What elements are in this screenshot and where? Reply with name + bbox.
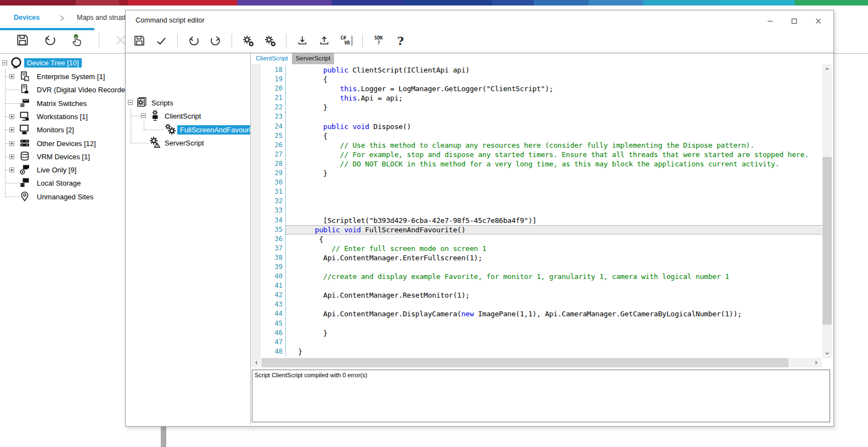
expand-toggle[interactable] (9, 154, 14, 159)
convert-code-button[interactable]: C#VB (338, 32, 354, 49)
tree-item-unmanaged-sites[interactable]: Unmanaged Sites (0, 191, 125, 203)
code-text[interactable]: this.Logger = LogManager.GetLogger("Clie… (285, 84, 822, 93)
expand-toggle[interactable] (9, 114, 14, 119)
code-text[interactable]: Api.ContentManager.EnterFullscreen(1); (285, 253, 822, 262)
collapse-toggle[interactable] (128, 100, 133, 105)
code-line-30[interactable]: 30 (260, 178, 822, 187)
code-text[interactable] (285, 197, 822, 206)
undo-button[interactable] (185, 32, 202, 49)
code-line-46[interactable]: 46 } (260, 328, 822, 338)
code-text[interactable] (285, 338, 822, 347)
code-line-27[interactable]: 27 // For example, stop and dispose any … (260, 150, 822, 159)
code-text[interactable]: } (285, 169, 822, 178)
code-text[interactable]: } (285, 347, 822, 356)
close-button[interactable] (806, 13, 830, 29)
code-line-48[interactable]: 48 } (260, 347, 822, 356)
code-line-31[interactable]: 31 (260, 187, 822, 197)
code-line-21[interactable]: 21 this.Api = api; (260, 93, 822, 103)
tab-devices[interactable]: Devices (14, 14, 40, 21)
code-text[interactable]: { (285, 234, 822, 244)
code-line-33[interactable]: 33 (260, 206, 822, 215)
save-script-button[interactable] (131, 32, 148, 49)
expand-toggle[interactable] (9, 74, 14, 79)
scrollbar-thumb[interactable] (262, 358, 788, 367)
code-text[interactable]: // For example, stop and dispose any sta… (285, 150, 822, 159)
tree-item-scripts[interactable]: Scripts (127, 97, 250, 109)
code-line-26[interactable]: 26 // Use this method to cleanup any res… (260, 141, 822, 150)
code-text[interactable]: public void FullScreenAndFavourite() (285, 225, 822, 234)
expand-toggle[interactable] (2, 60, 7, 65)
code-line-37[interactable]: 37 // Enter full screen mode on screen 1 (260, 244, 822, 253)
code-text[interactable] (285, 206, 822, 215)
tree-item-clientscript[interactable]: ClientScript (127, 110, 250, 122)
code-line-19[interactable]: 19 { (260, 75, 822, 84)
code-text[interactable]: public void Dispose() (285, 122, 822, 131)
tree-item-local-storage[interactable]: Local Storage (0, 177, 125, 189)
code-line-29[interactable]: 29 } (260, 169, 822, 178)
add-scriptlet-button[interactable] (240, 32, 256, 49)
code-text[interactable] (285, 300, 822, 309)
code-lines[interactable]: 18 public ClientScript(IClientApi api)19… (260, 65, 822, 356)
tree-item-workstations-1[interactable]: Workstations [1] (0, 110, 125, 122)
code-text[interactable] (285, 262, 822, 272)
save-button[interactable] (14, 32, 31, 48)
code-line-42[interactable]: 42 Api.ContentManager.ResetMonitor(1); (260, 290, 822, 300)
editor-hscrollbar[interactable] (251, 358, 822, 367)
code-text[interactable]: public ClientScript(IClientApi api) (285, 65, 822, 75)
scroll-down-button[interactable] (822, 349, 832, 358)
help-button[interactable]: ? (392, 32, 409, 49)
code-text[interactable]: this.Api = api; (285, 93, 822, 103)
pan-mode-button[interactable] (69, 32, 86, 48)
tree-item-other-devices-12[interactable]: Other Devices [12] (0, 137, 125, 149)
expand-toggle[interactable] (9, 141, 14, 146)
tree-item-enterprise-system-1[interactable]: Enterprise System [1] (0, 70, 125, 82)
code-line-32[interactable]: 32 (260, 197, 822, 206)
code-text[interactable]: // DO NOT BLOCK in this method for a ver… (285, 159, 822, 169)
undo-button[interactable] (42, 32, 58, 48)
collapse-toggle[interactable] (141, 113, 146, 118)
code-line-44[interactable]: 44 Api.ContentManager.DisplayCamera(new … (260, 309, 822, 319)
code-line-36[interactable]: 36 { (260, 234, 822, 244)
minimize-button[interactable] (758, 13, 782, 29)
code-text[interactable]: [Scriptlet("b393d429-6cba-42e7-98f5-45c7… (285, 216, 822, 225)
code-text[interactable]: } (285, 103, 822, 112)
remove-scriptlet-button[interactable] (262, 32, 278, 49)
tree-item-matrix-switches[interactable]: Matrix Switches (0, 97, 125, 109)
code-text[interactable]: Api.ContentManager.ResetMonitor(1); (285, 290, 822, 300)
tree-item-serverscript[interactable]: ServerScript (127, 137, 250, 149)
code-text[interactable]: Api.ContentManager.DisplayCamera(new Ima… (285, 309, 822, 319)
validate-script-button[interactable] (153, 32, 170, 49)
code-line-23[interactable]: 23 (260, 112, 822, 121)
code-text[interactable] (285, 187, 822, 197)
scroll-left-button[interactable] (252, 358, 261, 367)
expand-toggle[interactable] (9, 127, 14, 132)
tree-item-dvr-digital-video-recorder[interactable]: DVR (Digital Video Recorder) (0, 83, 125, 96)
code-line-35[interactable]: 35 public void FullScreenAndFavourite() (260, 225, 822, 234)
code-text[interactable] (285, 281, 822, 290)
code-text[interactable]: { (285, 131, 822, 141)
tree-item-device-tree-10[interactable]: Device Tree [10] (0, 57, 125, 69)
code-line-41[interactable]: 41 (260, 281, 822, 290)
code-text[interactable] (285, 319, 822, 328)
code-text[interactable]: //create and display example Favorite, f… (285, 272, 822, 281)
code-line-43[interactable]: 43 (260, 300, 822, 309)
code-line-38[interactable]: 38 Api.ContentManager.EnterFullscreen(1)… (260, 253, 822, 262)
code-text[interactable]: // Enter full screen mode on screen 1 (285, 244, 822, 253)
code-text[interactable] (285, 178, 822, 187)
tree-item-monitors-2[interactable]: Monitors [2] (0, 124, 125, 136)
export-script-button[interactable] (316, 32, 332, 49)
tree-item-vrm-devices-1[interactable]: VRM Devices [1] (0, 150, 125, 163)
code-text[interactable] (285, 112, 822, 121)
import-script-button[interactable] (294, 32, 311, 49)
redo-button[interactable] (207, 32, 224, 49)
code-line-28[interactable]: 28 // DO NOT BLOCK in this method for a … (260, 159, 822, 169)
code-line-25[interactable]: 25 { (260, 131, 822, 141)
code-text[interactable]: // Use this method to cleanup any resour… (285, 141, 822, 150)
tab-clientscript[interactable]: ClientScript (252, 53, 292, 64)
code-line-39[interactable]: 39 (260, 262, 822, 272)
scroll-up-button[interactable] (822, 64, 832, 74)
code-line-22[interactable]: 22 } (260, 103, 822, 112)
scroll-right-button[interactable] (811, 358, 821, 367)
dialog-titlebar[interactable]: Command script editor (126, 10, 833, 31)
code-line-40[interactable]: 40 //create and display example Favorite… (260, 272, 822, 281)
